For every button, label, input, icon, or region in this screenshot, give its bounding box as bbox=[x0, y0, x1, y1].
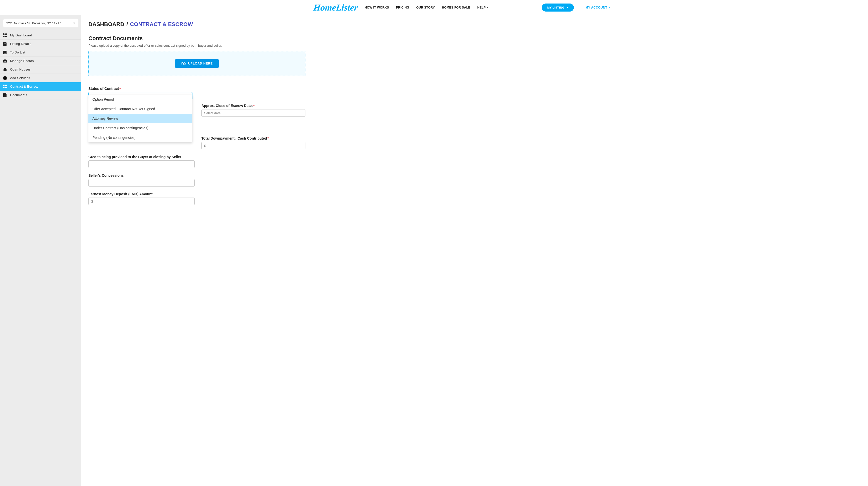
sidebar-item-documents[interactable]: Documents bbox=[0, 91, 82, 99]
credits-field: Credits being provided to the Buyer at c… bbox=[88, 155, 195, 168]
contract-escrow-icon bbox=[3, 85, 7, 89]
close-escrow-date-label: Approx. Close of Escrow Date:* bbox=[202, 104, 305, 108]
svg-rect-6 bbox=[4, 53, 6, 54]
sidebar-item-label: Listing Details bbox=[10, 42, 31, 46]
svg-rect-1 bbox=[5, 33, 7, 35]
status-of-contract-dropdown: Option PeriodOffer Accepted, Contract No… bbox=[88, 95, 192, 142]
downpayment-input[interactable] bbox=[202, 142, 305, 149]
documents-icon bbox=[3, 93, 7, 97]
sidebar-item-label: Manage Photos bbox=[10, 59, 34, 63]
top-header: HomeLister HOW IT WORKS PRICING OUR STOR… bbox=[251, 0, 617, 15]
concessions-field: Seller's Concessions bbox=[88, 173, 195, 187]
dashboard-icon bbox=[3, 33, 7, 37]
upload-dropzone[interactable]: UPLOAD HERE bbox=[88, 51, 305, 76]
nav-homes-for-sale[interactable]: HOMES FOR SALE bbox=[442, 6, 470, 9]
nav-how-it-works[interactable]: HOW IT WORKS bbox=[365, 6, 389, 9]
status-option-3[interactable]: Under Contract (Has contingencies) bbox=[88, 123, 192, 133]
brand-logo[interactable]: HomeLister bbox=[313, 2, 358, 13]
sidebar-item-listing-details[interactable]: Listing Details bbox=[0, 40, 82, 48]
open-houses-icon bbox=[3, 67, 7, 71]
downpayment-field: Total Downpayment / Cash Contributed* bbox=[202, 136, 305, 149]
sidebar-item-label: My Dashboard bbox=[10, 33, 32, 37]
svg-rect-13 bbox=[3, 87, 4, 88]
status-option-4[interactable]: Pending (No contingencies) bbox=[88, 133, 192, 142]
todo-icon bbox=[3, 51, 7, 55]
sidebar-item-label: Open Houses bbox=[10, 67, 31, 71]
breadcrumb-part-current: CONTRACT & ESCROW bbox=[130, 21, 193, 27]
svg-rect-3 bbox=[5, 36, 7, 37]
status-option-0[interactable]: Option Period bbox=[88, 95, 192, 104]
svg-rect-10 bbox=[4, 78, 6, 78]
breadcrumb-part-dashboard[interactable]: DASHBOARD bbox=[88, 21, 124, 27]
svg-rect-5 bbox=[4, 44, 6, 44]
listing-details-icon bbox=[3, 42, 7, 46]
svg-rect-12 bbox=[5, 85, 7, 86]
sidebar-item-add-services[interactable]: Add Services bbox=[0, 74, 82, 82]
sidebar-nav: My DashboardListing DetailsTo Do ListMan… bbox=[0, 31, 82, 99]
credits-label: Credits being provided to the Buyer at c… bbox=[88, 155, 195, 159]
sidebar-item-label: To Do List bbox=[10, 51, 25, 54]
sidebar-item-contract-escrow[interactable]: Contract & Escrow bbox=[0, 82, 82, 91]
sidebar-item-open-houses[interactable]: Open Houses bbox=[0, 65, 82, 74]
add-services-icon bbox=[3, 76, 7, 80]
svg-point-7 bbox=[4, 61, 6, 62]
my-account-menu[interactable]: MY ACCOUNT bbox=[585, 6, 611, 9]
contract-documents-title: Contract Documents bbox=[88, 35, 305, 42]
credits-input[interactable] bbox=[88, 160, 195, 168]
nav-help[interactable]: HELP bbox=[477, 6, 489, 9]
close-escrow-date-input[interactable] bbox=[202, 109, 305, 117]
downpayment-label: Total Downpayment / Cash Contributed* bbox=[202, 136, 305, 140]
cloud-upload-icon bbox=[181, 62, 186, 65]
sidebar-item-todo[interactable]: To Do List bbox=[0, 48, 82, 57]
main-content: DASHBOARD / CONTRACT & ESCROW Contract D… bbox=[82, 15, 312, 486]
breadcrumb: DASHBOARD / CONTRACT & ESCROW bbox=[88, 21, 305, 28]
sidebar: 222 Douglass St, Brooklyn, NY 11217 My D… bbox=[0, 15, 82, 486]
sidebar-item-dashboard[interactable]: My Dashboard bbox=[0, 31, 82, 40]
chevron-down-icon bbox=[609, 7, 611, 8]
sidebar-item-label: Documents bbox=[10, 93, 27, 97]
svg-rect-11 bbox=[3, 85, 4, 86]
property-address-select[interactable]: 222 Douglass St, Brooklyn, NY 11217 bbox=[3, 19, 79, 27]
chevron-down-icon bbox=[73, 23, 75, 24]
my-listing-button[interactable]: MY LISTING bbox=[542, 3, 574, 11]
primary-nav: HOW IT WORKS PRICING OUR STORY HOMES FOR… bbox=[365, 6, 489, 9]
svg-rect-0 bbox=[3, 33, 4, 35]
svg-rect-15 bbox=[3, 95, 6, 95]
svg-rect-2 bbox=[3, 36, 4, 37]
status-option-2[interactable]: Attorney Review bbox=[88, 114, 192, 123]
status-of-contract-field: Status of Contract* Choose One... Option… bbox=[88, 87, 192, 100]
sidebar-item-label: Add Services bbox=[10, 76, 30, 80]
sidebar-item-photos[interactable]: Manage Photos bbox=[0, 57, 82, 65]
close-escrow-date-field: Approx. Close of Escrow Date:* bbox=[202, 104, 305, 117]
property-address-value: 222 Douglass St, Brooklyn, NY 11217 bbox=[6, 21, 61, 25]
emd-input[interactable] bbox=[88, 198, 195, 205]
status-option-1[interactable]: Offer Accepted, Contract Not Yet Signed bbox=[88, 104, 192, 114]
emd-field: Earnest Money Deposit (EMD) Amount bbox=[88, 192, 195, 205]
chevron-down-icon bbox=[566, 7, 568, 8]
svg-rect-4 bbox=[4, 43, 6, 43]
contract-documents-description: Please upload a copy of the accepted off… bbox=[88, 44, 305, 47]
svg-rect-14 bbox=[5, 87, 7, 88]
sidebar-item-label: Contract & Escrow bbox=[10, 85, 38, 88]
chevron-down-icon bbox=[487, 7, 489, 8]
status-of-contract-label: Status of Contract* bbox=[88, 87, 192, 91]
upload-here-button[interactable]: UPLOAD HERE bbox=[175, 59, 219, 68]
nav-our-story[interactable]: OUR STORY bbox=[416, 6, 435, 9]
nav-pricing[interactable]: PRICING bbox=[396, 6, 409, 9]
concessions-input[interactable] bbox=[88, 179, 195, 187]
photos-icon bbox=[3, 59, 7, 63]
emd-label: Earnest Money Deposit (EMD) Amount bbox=[88, 192, 195, 196]
concessions-label: Seller's Concessions bbox=[88, 173, 195, 177]
